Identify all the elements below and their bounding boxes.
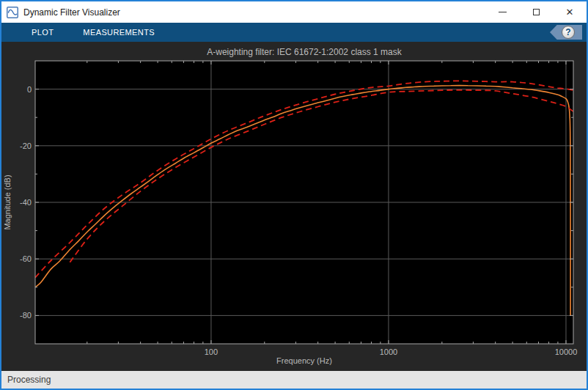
maximize-button[interactable] (519, 1, 553, 23)
plot-panel: 0-20-40-60-80100100010000A-weighting fil… (1, 42, 587, 371)
help-icon[interactable]: ? (562, 26, 575, 39)
window-title: Dynamic Filter Visualizer (23, 7, 120, 18)
magnitude-response-chart: 0-20-40-60-80100100010000A-weighting fil… (1, 42, 587, 371)
title-bar[interactable]: Dynamic Filter Visualizer ✕ (1, 1, 587, 23)
minimize-button[interactable] (485, 1, 519, 23)
close-icon: ✕ (566, 7, 574, 17)
help-chevron[interactable]: ? (550, 25, 582, 40)
toolbar: PLOT MEASUREMENTS ? (1, 23, 587, 42)
x-tick-label: 1000 (380, 347, 397, 356)
app-icon (7, 7, 18, 18)
tab-measurements[interactable]: MEASUREMENTS (83, 28, 155, 37)
app-window: Dynamic Filter Visualizer ✕ PLOT MEASURE… (0, 0, 588, 390)
window-controls: ✕ (485, 1, 587, 23)
y-tick-label: -20 (20, 141, 32, 150)
x-axis-label: Frequency (Hz) (276, 356, 332, 365)
x-tick-label: 100 (205, 347, 218, 356)
x-tick-label: 10000 (555, 347, 578, 356)
close-button[interactable]: ✕ (553, 1, 587, 23)
maximize-icon (533, 9, 540, 15)
y-tick-label: -80 (20, 311, 32, 320)
status-bar: Processing (1, 371, 587, 389)
y-tick-label: -40 (20, 198, 32, 207)
status-text: Processing (7, 375, 51, 385)
minimize-icon (499, 12, 507, 12)
toolbar-tabs: PLOT MEASUREMENTS (32, 28, 155, 37)
tab-plot[interactable]: PLOT (32, 28, 54, 37)
y-axis-label: Magnitude (dB) (3, 174, 12, 229)
y-tick-label: -60 (20, 254, 32, 263)
y-tick-label: 0 (27, 85, 32, 94)
chart-title: A-weighting filter: IEC 61672-1:2002 cla… (207, 47, 402, 57)
